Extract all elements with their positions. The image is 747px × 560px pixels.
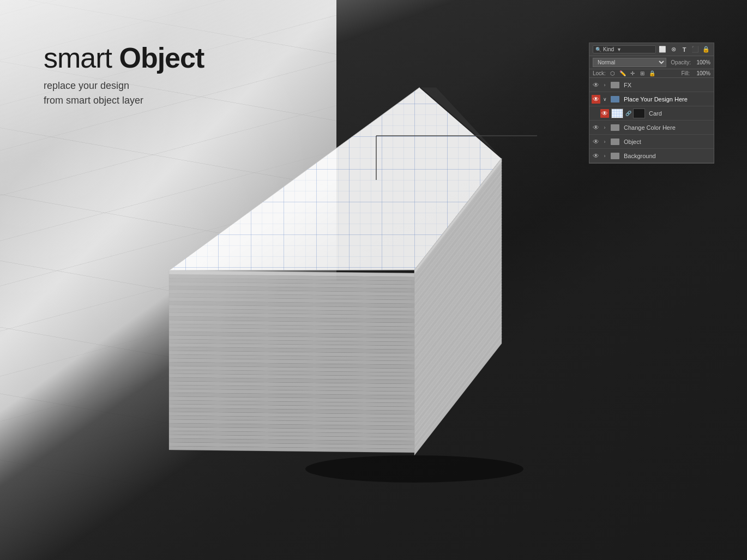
eye-icon-change-color[interactable]: 👁 <box>592 123 600 132</box>
layer-row-fx[interactable]: 👁 › FX <box>589 78 714 92</box>
app-title: smart Object <box>44 44 204 72</box>
title-bold: Object <box>119 42 204 74</box>
layer-type-adjustment-icon[interactable]: ⊗ <box>669 46 678 53</box>
layer-name-card: Card <box>649 110 712 117</box>
expand-background[interactable]: › <box>601 153 608 159</box>
lock-icons-group: ⬡ ✏️ ✛ ⊞ 🔒 <box>609 70 656 76</box>
expand-place-design[interactable]: ∨ <box>601 97 608 102</box>
layer-row-background[interactable]: 👁 › Background <box>589 149 714 163</box>
opacity-value: 100% <box>693 59 710 65</box>
eye-icon-object[interactable]: 👁 <box>592 137 600 146</box>
eye-icon-background[interactable]: 👁 <box>592 152 600 160</box>
folder-icon-change-color <box>611 124 619 131</box>
search-box[interactable]: 🔍 Kind ▼ <box>593 45 656 53</box>
layer-name-place-design: Place Your Design Here <box>624 96 712 103</box>
layers-panel: 🔍 Kind ▼ ⬜ ⊗ T ⬛ 🔒 Normal Opacity: 100% … <box>589 43 714 164</box>
folder-icon-object <box>611 139 619 145</box>
lock-artboard-icon[interactable]: ⊞ <box>638 70 646 76</box>
layer-name-object: Object <box>624 139 712 145</box>
svg-point-3 <box>305 455 523 483</box>
layer-thumb-card-black <box>633 109 645 118</box>
panel-search-row: 🔍 Kind ▼ ⬜ ⊗ T ⬛ 🔒 <box>589 43 714 56</box>
lock-transparent-icon[interactable]: ⬡ <box>609 70 617 76</box>
folder-icon-fx <box>611 82 619 88</box>
layer-type-smart-icon[interactable]: 🔒 <box>702 46 710 53</box>
blend-mode-select[interactable]: Normal <box>593 58 666 67</box>
card-stack-container <box>120 71 545 485</box>
lock-row: Lock: ⬡ ✏️ ✛ ⊞ 🔒 Fill: 100% <box>589 69 714 78</box>
layer-row-change-color[interactable]: 👁 › Change Color Here <box>589 121 714 135</box>
layer-name-background: Background <box>624 153 712 159</box>
opacity-label: Opacity: <box>671 59 691 65</box>
eye-icon-card[interactable]: 👁 <box>600 109 609 118</box>
layer-thumb-card-grid <box>611 109 623 118</box>
title-area: smart Object replace your design from sm… <box>44 44 204 108</box>
lock-all-icon[interactable]: 🔒 <box>648 70 656 76</box>
eye-icon-place-design[interactable]: 👁 <box>592 95 600 104</box>
layer-name-change-color: Change Color Here <box>624 124 712 131</box>
layer-type-shape-icon[interactable]: ⬛ <box>691 46 700 53</box>
fill-label: Fill: <box>681 70 690 76</box>
chain-icon-card: 🔗 <box>625 111 631 116</box>
kind-chevron: ▼ <box>617 47 622 52</box>
subtitle: replace your design from smart object la… <box>44 79 204 108</box>
layer-row-place-design[interactable]: 👁 ∨ Place Your Design Here <box>589 92 714 106</box>
lock-position-icon[interactable]: ✛ <box>629 70 636 76</box>
eye-icon-fx[interactable]: 👁 <box>592 81 600 89</box>
kind-dropdown[interactable]: Kind <box>603 46 614 52</box>
layer-type-pixel-icon[interactable]: ⬜ <box>658 46 667 53</box>
lock-label: Lock: <box>593 70 606 76</box>
title-regular: smart <box>44 42 119 74</box>
card-stack-svg <box>120 71 545 485</box>
expand-change-color[interactable]: › <box>601 125 608 130</box>
layer-name-fx: FX <box>624 82 712 88</box>
expand-fx[interactable]: › <box>601 82 608 88</box>
subtitle-line2: from smart object layer <box>44 95 143 106</box>
lock-image-icon[interactable]: ✏️ <box>619 70 626 76</box>
folder-icon-place-design <box>611 96 619 103</box>
subtitle-line1: replace your design <box>44 80 129 91</box>
layer-row-card[interactable]: 👁 🔗 Card <box>589 106 714 121</box>
search-icon: 🔍 <box>595 47 601 52</box>
panel-blend-row: Normal Opacity: 100% <box>589 56 714 69</box>
layer-type-text-icon[interactable]: T <box>680 46 689 53</box>
expand-object[interactable]: › <box>601 139 608 144</box>
fill-value: 100% <box>693 70 710 76</box>
layer-row-object[interactable]: 👁 › Object <box>589 135 714 149</box>
folder-icon-background <box>611 153 619 159</box>
